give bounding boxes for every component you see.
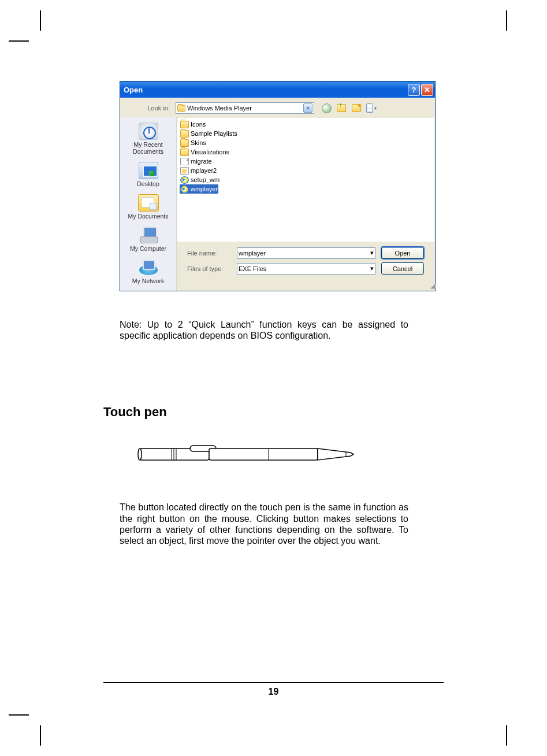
file-name: Skins [191, 139, 206, 146]
close-button[interactable]: ✕ [421, 84, 433, 96]
file-name: setup_wm [191, 176, 219, 183]
place-label: My Recent Documents [133, 141, 163, 155]
bottom-fields: File name: wmplayer ▾ Open Files of type… [177, 242, 435, 284]
up-one-level-button[interactable]: ↑ [336, 103, 347, 113]
file-name: migrate [191, 158, 212, 165]
file-name-value: wmplayer [239, 250, 266, 257]
file-name: Visualizations [191, 149, 229, 155]
my-computer-icon [138, 227, 159, 244]
place-desktop[interactable]: Desktop [122, 159, 175, 191]
file-list[interactable]: IconsSample PlaylistsSkinsVisualizations… [177, 117, 435, 242]
open-button[interactable]: Open [381, 247, 424, 259]
my-network-icon [138, 259, 159, 276]
file-item[interactable]: mplayer2 [180, 166, 217, 175]
file-item[interactable]: Skins [180, 138, 207, 147]
look-in-dropdown[interactable]: Windows Media Player ▾ [176, 102, 314, 114]
chevron-down-icon[interactable]: ▾ [370, 265, 374, 272]
dialog-titlebar[interactable]: Open ? ✕ [120, 81, 435, 98]
file-type-label: Files of type: [180, 265, 237, 272]
dialog-title: Open [124, 86, 143, 94]
views-icon [366, 103, 373, 113]
look-in-label: Look in: [124, 105, 176, 112]
folder-icon [180, 121, 189, 128]
new-folder-icon: ✦ [352, 104, 361, 112]
file-item[interactable]: Visualizations [180, 147, 230, 157]
svg-rect-6 [209, 449, 318, 460]
toolbar-icons: ↑ ✦ ▾ [321, 103, 377, 113]
desktop-icon [139, 162, 158, 179]
crop-mark [506, 725, 507, 746]
file-item[interactable]: migrate [180, 157, 213, 166]
file-name-combo[interactable]: wmplayer ▾ [237, 247, 375, 259]
back-icon [322, 103, 332, 113]
lookin-toolbar: Look in: Windows Media Player ▾ ↑ ✦ ▾ [120, 98, 435, 117]
chevron-down-icon: ▾ [374, 106, 377, 111]
crop-mark [506, 10, 507, 31]
page: Open ? ✕ Look in: Windows Media Player ▾… [40, 40, 507, 716]
new-folder-button[interactable]: ✦ [351, 103, 362, 113]
chevron-down-icon[interactable]: ▾ [303, 103, 312, 113]
places-bar: My Recent Documents Desktop My Documents… [120, 117, 177, 291]
help-button[interactable]: ? [408, 84, 420, 96]
place-mynetwork[interactable]: My Network [122, 256, 175, 288]
crop-mark [9, 40, 29, 42]
file-name: wmplayer [191, 186, 218, 192]
svg-point-1 [138, 449, 142, 460]
my-documents-icon [138, 194, 159, 212]
place-recent[interactable]: My Recent Documents [122, 120, 175, 159]
crop-mark [9, 714, 29, 716]
cancel-button-label: Cancel [393, 265, 412, 272]
file-name: Sample Playlists [191, 130, 237, 137]
wmp-icon [180, 186, 189, 193]
touch-pen-heading: Touch pen [103, 405, 444, 420]
resize-grip[interactable]: ◢ [177, 284, 435, 291]
file-name-label: File name: [180, 250, 237, 257]
wmp-icon [180, 176, 189, 184]
look-in-value: Windows Media Player [187, 105, 252, 112]
file-item[interactable]: wmplayer [180, 184, 218, 194]
crop-mark [40, 725, 41, 746]
chevron-down-icon[interactable]: ▾ [370, 249, 374, 257]
generic-icon [180, 158, 189, 165]
place-label: My Computer [130, 245, 166, 252]
folder-icon [177, 105, 185, 112]
page-number: 19 [269, 687, 279, 696]
open-button-label: Open [395, 250, 411, 257]
file-name: Icons [191, 121, 206, 128]
place-mydocs[interactable]: My Documents [122, 191, 175, 224]
touch-pen-paragraph: The button located directly on the touch… [120, 502, 408, 546]
folder-icon [180, 139, 189, 147]
place-label: My Network [132, 277, 164, 284]
views-button[interactable]: ▾ [366, 103, 377, 113]
file-item[interactable]: setup_wm [180, 175, 220, 184]
file-type-value: EXE Files [239, 265, 266, 272]
file-type-combo[interactable]: EXE Files ▾ [237, 263, 375, 275]
place-mycomputer[interactable]: My Computer [122, 224, 175, 256]
recent-documents-icon [139, 123, 158, 140]
note-paragraph: Note: Up to 2 “Quick Launch” function ke… [120, 319, 408, 341]
open-dialog: Open ? ✕ Look in: Windows Media Player ▾… [120, 81, 436, 291]
footer-rule [103, 682, 444, 683]
dialog-body: My Recent Documents Desktop My Documents… [120, 117, 435, 291]
file-name: mplayer2 [191, 167, 217, 174]
place-label: My Documents [128, 213, 168, 220]
folder-icon [180, 130, 189, 138]
page-footer: 19 [103, 682, 444, 697]
crop-mark [40, 10, 41, 31]
touch-pen-figure [137, 437, 356, 472]
place-label: Desktop [137, 180, 159, 187]
cancel-button[interactable]: Cancel [381, 262, 424, 275]
file-item[interactable]: Sample Playlists [180, 129, 238, 138]
back-button[interactable] [321, 103, 332, 113]
ini-icon [180, 167, 189, 175]
folder-icon [180, 149, 189, 156]
up-folder-icon: ↑ [337, 104, 346, 112]
file-item[interactable]: Icons [180, 120, 206, 129]
